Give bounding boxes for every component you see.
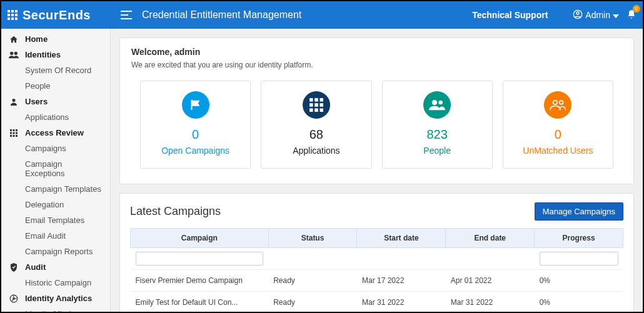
people-icon — [9, 51, 19, 59]
card-label: Open Campaigns — [146, 146, 245, 156]
svg-point-27 — [13, 297, 14, 299]
cell-progress: 0% — [535, 270, 623, 292]
table-row[interactable]: Emily Test for Default UI Con...ReadyMar… — [131, 292, 623, 312]
sidebar-item-email-audit[interactable]: Email Audit — [1, 228, 110, 244]
summary-card-unmatched-users[interactable]: 0UnMatched Users — [503, 81, 613, 169]
sidebar-item-audit[interactable]: Audit — [1, 259, 110, 275]
shield-icon — [9, 263, 19, 272]
notifications-button[interactable]: 0 — [626, 9, 636, 22]
summary-card-applications[interactable]: 68Applications — [261, 81, 371, 169]
sidebar: HomeIdentitiesSystem Of RecordPeopleUser… — [1, 29, 111, 312]
sidebar-item-identities[interactable]: Identities — [1, 47, 110, 62]
svg-point-14 — [10, 51, 13, 54]
sidebar-item-label: Campaigns — [25, 144, 66, 153]
technical-support-link[interactable]: Technical Support — [472, 10, 548, 20]
apps-grid-icon — [8, 10, 18, 20]
svg-rect-24 — [13, 135, 15, 137]
svg-rect-38 — [314, 109, 318, 112]
welcome-title: Welcome, admin — [131, 47, 622, 57]
page-title: Credential Entitlement Management — [142, 9, 301, 21]
svg-rect-5 — [15, 14, 18, 16]
svg-rect-2 — [15, 10, 18, 12]
sidebar-item-system-of-record[interactable]: System Of Record — [1, 62, 110, 78]
svg-line-30 — [12, 299, 13, 301]
column-progress[interactable]: Progress — [535, 229, 623, 248]
grid-icon — [9, 129, 19, 137]
campaigns-table: CampaignStatusStart dateEnd dateProgress… — [130, 228, 623, 312]
cell-campaign: Emily Test for Default UI Con... — [131, 292, 269, 312]
cell-end: Mar 31 2022 — [446, 292, 535, 312]
svg-rect-6 — [8, 17, 10, 20]
sidebar-item-campaign-reports[interactable]: Campaign Reports — [1, 244, 110, 259]
sidebar-item-label: Home — [25, 34, 48, 44]
svg-rect-39 — [319, 109, 323, 112]
sidebar-item-label: People — [25, 81, 50, 91]
campaigns-panel: Latest Campaigns Manage Campaigns Campai… — [119, 193, 634, 312]
summary-card-people[interactable]: 823People — [382, 81, 493, 169]
sidebar-item-campaign-exceptions[interactable]: Campaign Exceptions — [1, 156, 110, 181]
filter-input-progress[interactable] — [540, 252, 618, 266]
sidebar-item-historic-campaign[interactable]: Historic Campaign — [1, 275, 110, 291]
card-value: 0 — [508, 127, 608, 142]
sidebar-item-label: Identities — [25, 50, 61, 59]
sidebar-item-label: Audit — [25, 262, 46, 272]
user-label: Admin — [585, 10, 610, 20]
sidebar-item-campaigns[interactable]: Campaigns — [1, 141, 110, 156]
sidebar-item-access-review[interactable]: Access Review — [1, 125, 110, 141]
brand-logo[interactable]: SecurEnds — [8, 8, 111, 22]
sidebar-item-home[interactable]: Home — [1, 31, 110, 47]
svg-point-13 — [576, 12, 579, 14]
manage-campaigns-button[interactable]: Manage Campaigns — [535, 202, 623, 221]
brand-text: SecurEnds — [23, 8, 91, 22]
welcome-subtitle: We are excited that you are using our id… — [131, 61, 622, 69]
sidebar-item-label: Campaign Reports — [25, 247, 93, 256]
sidebar-item-campaign-templates[interactable]: Campaign Templates — [1, 181, 110, 197]
sidebar-item-email-templates[interactable]: Email Templates — [1, 212, 110, 228]
sidebar-item-applications[interactable]: Applications — [1, 109, 110, 125]
svg-rect-0 — [8, 10, 10, 12]
column-status[interactable]: Status — [268, 229, 357, 248]
card-label: UnMatched Users — [508, 146, 608, 156]
sidebar-item-label: Access Review — [25, 128, 84, 137]
svg-rect-34 — [309, 103, 313, 107]
svg-rect-3 — [8, 14, 10, 16]
svg-rect-1 — [11, 10, 14, 12]
svg-rect-20 — [10, 132, 12, 134]
card-icon — [544, 91, 571, 119]
sidebar-item-delegation[interactable]: Delegation — [1, 197, 110, 212]
user-menu[interactable]: Admin — [573, 9, 619, 21]
svg-rect-21 — [13, 132, 15, 134]
bell-icon — [626, 12, 636, 22]
top-bar: SecurEnds Credential Entitlement Managem… — [1, 1, 643, 29]
sidebar-item-people[interactable]: People — [1, 78, 110, 94]
cell-start: Mar 31 2022 — [357, 292, 446, 312]
svg-rect-8 — [15, 17, 18, 20]
summary-cards: 0Open Campaigns68Applications823People0U… — [131, 81, 622, 169]
sidebar-item-label: Identity Analytics — [25, 294, 92, 303]
table-row[interactable]: Fiserv Premier Demo CampaignReadyMar 17 … — [131, 270, 623, 292]
filter-input-campaign[interactable] — [136, 252, 264, 266]
sidebar-item-users[interactable]: Users — [1, 94, 110, 109]
svg-rect-31 — [309, 98, 313, 102]
column-end-date[interactable]: End date — [446, 229, 535, 248]
cell-progress: 0% — [535, 292, 623, 312]
cell-campaign: Fiserv Premier Demo Campaign — [131, 270, 269, 292]
summary-card-open-campaigns[interactable]: 0Open Campaigns — [140, 81, 251, 169]
sidebar-item-label: Email Audit — [25, 231, 66, 241]
svg-point-41 — [439, 101, 443, 105]
svg-rect-32 — [314, 98, 318, 102]
sidebar-item-identity-analytics[interactable]: Identity Analytics — [1, 291, 110, 306]
svg-rect-22 — [16, 132, 18, 134]
svg-point-43 — [560, 101, 563, 104]
sidebar-item-identity-mindmap[interactable]: Identity Mindmap — [1, 306, 110, 312]
svg-rect-25 — [16, 135, 18, 137]
card-icon — [423, 91, 451, 119]
svg-rect-19 — [16, 129, 18, 131]
svg-point-40 — [432, 100, 437, 105]
column-campaign[interactable]: Campaign — [131, 229, 269, 248]
sidebar-item-label: Campaign Exceptions — [25, 159, 104, 178]
menu-toggle-icon[interactable] — [121, 11, 132, 19]
column-start-date[interactable]: Start date — [357, 229, 446, 248]
svg-point-42 — [553, 101, 558, 105]
home-icon — [9, 35, 19, 44]
